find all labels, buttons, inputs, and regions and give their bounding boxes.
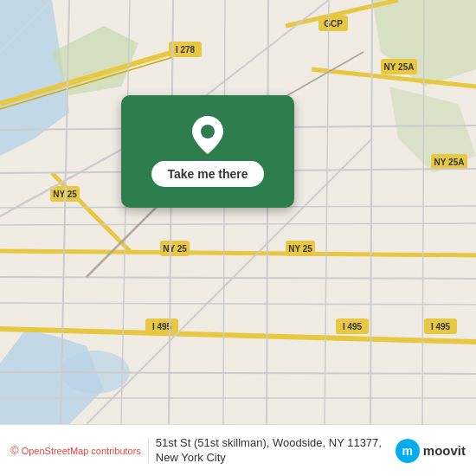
moovit-brand-icon: m [396,439,420,463]
svg-text:NY 25: NY 25 [288,244,312,254]
moovit-logo: m moovit [396,439,466,463]
moovit-label: moovit [423,443,466,458]
osm-attribution: © OpenStreetMap contributors [10,444,141,457]
svg-text:NY 25: NY 25 [163,244,187,254]
bottom-bar: © OpenStreetMap contributors 51st St (51… [0,424,476,476]
map-background: I 278 NY 25A GCP NY 25 NY 25 NY 25 I 495… [0,0,476,424]
svg-text:NY 25A: NY 25A [384,62,415,72]
address-text: 51st St (51st skillman), Woodside, NY 11… [156,436,389,466]
take-me-there-button[interactable]: Take me there [151,161,263,187]
svg-text:NY 25A: NY 25A [434,158,465,167]
svg-text:I 495: I 495 [431,322,451,331]
svg-text:I 278: I 278 [176,45,196,55]
location-pin-icon [192,116,223,154]
location-card: Take me there [121,95,294,208]
svg-point-57 [201,125,215,138]
svg-text:I 495: I 495 [343,322,363,331]
map-container: I 278 NY 25A GCP NY 25 NY 25 NY 25 I 495… [0,0,476,424]
svg-text:GCP: GCP [324,19,343,29]
